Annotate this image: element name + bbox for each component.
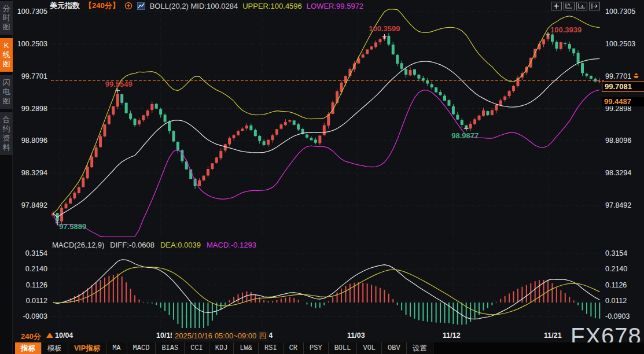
toolbar-tab-10[interactable]: CR (284, 342, 304, 354)
axis-label: -0.0903 (14, 312, 47, 320)
instrument-title: 美元指数 (50, 1, 80, 11)
axis-label: -0.0903 (605, 312, 639, 320)
add-indicator-icon[interactable] (124, 2, 133, 10)
toolbar-tab-9[interactable]: RSI (259, 342, 284, 354)
axis-label: 0.0112 (605, 297, 639, 305)
axis-label: 0.2140 (14, 265, 47, 273)
axis-label: 0.0112 (14, 297, 47, 305)
toolbar-tab-3[interactable]: MA (106, 342, 127, 354)
macd-params-label: MACD(26,12,9) (52, 241, 104, 249)
axis-label: 0.3154 (14, 249, 47, 257)
macd-dea-value: DEA:0.0039 (160, 241, 201, 249)
period-tag[interactable]: 【240分】 (84, 1, 120, 11)
chart-header: 美元指数 【240分】 BOLL(20,2) MID:100.0284 UPPE… (50, 1, 363, 10)
axis-label: 99.2898 (14, 105, 47, 113)
x-axis-row: 240分 2025/10/16 05:00~09:00 四 10/0410/15… (0, 331, 644, 341)
toolbar-tab-0[interactable]: 指标 (15, 342, 42, 354)
boll-upper-label: UPPER:100.4596 (242, 2, 302, 10)
boll-mid-label: BOLL(20,2) MID:100.0284 (150, 2, 238, 10)
axis-label: 98.3294 (14, 169, 47, 177)
axis-label: 97.8492 (605, 201, 639, 209)
axis-label: 100.2503 (605, 40, 639, 48)
zoom-y-axis-icon[interactable] (576, 2, 587, 10)
pan-right-icon[interactable] (589, 2, 600, 10)
axis-label: 0.1126 (605, 281, 639, 289)
x-axis-date: 11/12 (443, 331, 461, 340)
macd-diff-value: DIFF:-0.0608 (110, 241, 154, 249)
svg-text:100.3939: 100.3939 (550, 25, 582, 34)
toolbar-tab-11[interactable]: PSY (304, 342, 329, 354)
chart-tool-icons (551, 2, 600, 10)
toolbar-tab-4[interactable]: MACD (127, 342, 156, 354)
toolbar-tab-7[interactable]: KDJ (209, 342, 234, 354)
x-axis-date: 11/03 (347, 331, 365, 340)
axis-label: 98.3294 (605, 169, 639, 177)
axis-label: 100.2503 (14, 40, 47, 48)
axis-label: 97.8492 (14, 201, 47, 209)
zoom-x-axis-icon[interactable] (564, 2, 575, 10)
svg-text:100.3599: 100.3599 (369, 24, 400, 33)
axis-label: 0.3154 (605, 249, 639, 257)
trading-app-window: 分时图K线图闪电图合约资料 97.588999.5549100.359998.9… (0, 0, 644, 354)
crosshair-icon[interactable] (551, 2, 562, 10)
toolbar-tab-2[interactable]: VIP指标 (68, 342, 106, 354)
current-price-tag: 99.7081 (602, 81, 644, 92)
axis-label: 98.8096 (14, 137, 47, 145)
svg-text:99.5549: 99.5549 (105, 80, 133, 89)
axis-label: 98.8096 (605, 137, 639, 145)
price-up-arrow-icon (632, 73, 640, 79)
period-label[interactable]: 240分 (21, 331, 41, 342)
period-expand-icon[interactable] (46, 333, 53, 338)
axis-label: 100.7305 (14, 8, 47, 16)
boll-lower-label: LOWER:99.5972 (307, 2, 363, 10)
secondary-price-tag: 99.4487 (602, 97, 644, 106)
chart-canvas[interactable]: 97.588999.5549100.359998.9877100.3939 (0, 0, 644, 354)
toolbar-tab-15[interactable]: 设置 (407, 342, 433, 354)
toolbar-tab-13[interactable]: VOL (357, 342, 382, 354)
toolbar-tab-6[interactable]: CCI (185, 342, 209, 354)
x-axis-date: 10/04 (55, 331, 73, 340)
toolbar-tab-1[interactable]: 模板 (42, 342, 68, 354)
axis-label: 99.7701 (14, 72, 47, 80)
macd-macd-value: MACD:-0.1293 (207, 241, 256, 249)
toolbar-tab-14[interactable]: OBV (382, 342, 407, 354)
toolbar-tab-5[interactable]: BIAS (156, 342, 185, 354)
svg-text:98.9877: 98.9877 (451, 131, 479, 140)
axis-label: 100.7305 (605, 8, 639, 16)
svg-text:97.5889: 97.5889 (59, 222, 86, 231)
time-range-tooltip: 2025/10/16 05:00~09:00 四 (172, 331, 269, 341)
axis-label: 0.2140 (605, 265, 639, 273)
axis-label: 0.1126 (14, 281, 47, 289)
macd-header: MACD(26,12,9) DIFF:-0.0608 DEA:0.0039 MA… (52, 241, 256, 249)
toolbar-tab-12[interactable]: BOLL (329, 342, 358, 354)
x-axis-date: 11/21 (544, 331, 562, 340)
toolbar-tab-8[interactable]: LW& (234, 342, 259, 354)
chart-type-icon[interactable] (137, 2, 145, 10)
bottom-toolbar: 指标模板VIP指标MAMACDBIASCCIKDJLW&RSICRPSYBOLL… (15, 342, 433, 354)
